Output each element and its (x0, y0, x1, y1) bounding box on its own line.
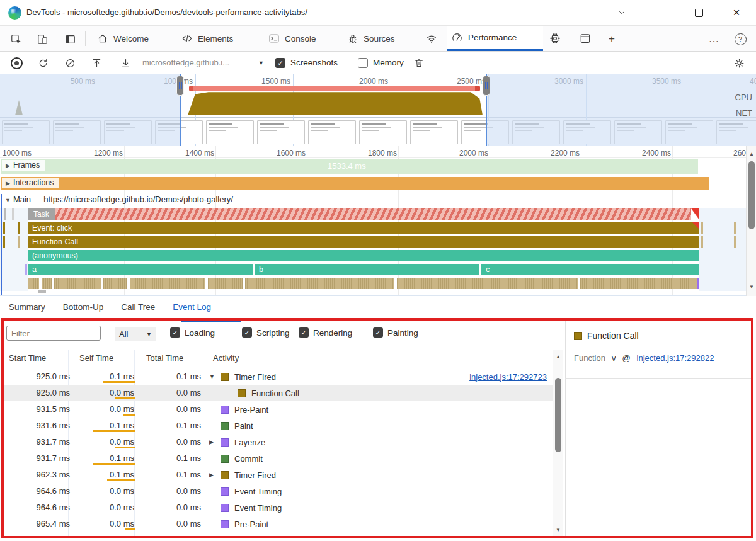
flame-bar-child[interactable] (103, 278, 127, 289)
flame-bar-c[interactable]: c (481, 264, 699, 275)
tab-welcome[interactable]: Welcome (93, 26, 152, 51)
flame-bar-child[interactable] (208, 278, 243, 289)
rendering-checkbox[interactable]: ✓ (299, 327, 309, 338)
frames-track-header[interactable]: ▶Frames (2, 160, 45, 171)
tab-performance[interactable]: Performance (447, 26, 543, 51)
category-filter-painting[interactable]: ✓Painting (373, 327, 418, 338)
network-conditions-button[interactable] (423, 30, 440, 47)
column-total-time[interactable]: Total Time (146, 353, 183, 363)
minimize-button[interactable] (650, 3, 672, 23)
close-button[interactable]: × (726, 3, 747, 23)
event-log-row[interactable]: 931.5 ms0.0 ms0.0 msPre-Paint (4, 401, 553, 418)
bottom-tab-event-log[interactable]: Event Log (173, 302, 211, 312)
profile-dropdown-arrow-icon[interactable]: ▼ (258, 60, 264, 66)
flame-bar-child[interactable] (245, 278, 394, 289)
flame-bar-child[interactable] (54, 278, 101, 289)
flame-bar-task[interactable] (28, 208, 691, 220)
window-chevron-button[interactable] (611, 3, 633, 23)
timeline-flame-view[interactable]: 1533.4 ms ▶Frames ▶Interactions ▼Main — … (0, 146, 756, 296)
column-start-time[interactable]: Start Time (9, 353, 46, 363)
inspect-button[interactable] (8, 31, 24, 47)
main-thread-track-header[interactable]: ▼Main — https://microsoftedge.github.io/… (5, 195, 233, 204)
category-filter-dropdown[interactable]: All ▼ (115, 327, 156, 341)
loading-checkbox[interactable]: ✓ (170, 327, 180, 338)
garbage-collect-button[interactable] (411, 55, 427, 71)
flame-bar-child[interactable] (397, 278, 578, 289)
load-profile-button[interactable] (88, 55, 105, 71)
row-expander-icon[interactable]: ▼ (209, 373, 220, 380)
flame-scrollbar[interactable]: ▲ ▼ (746, 146, 756, 296)
device-emulation-button[interactable] (34, 31, 50, 47)
screenshot-thumbnail[interactable] (206, 120, 254, 144)
flame-bar-b[interactable]: b (255, 264, 479, 275)
table-scrollbar[interactable]: ▲ ▼ (553, 350, 563, 536)
scroll-down-icon[interactable]: ▼ (747, 284, 756, 290)
tab-elements[interactable]: Elements (178, 26, 237, 51)
event-log-row[interactable]: 925.0 ms0.0 ms0.0 msFunction Call (4, 385, 553, 401)
event-log-row[interactable]: 931.7 ms0.1 ms0.1 msCommit (4, 450, 553, 467)
bottom-tab-bottom-up[interactable]: Bottom-Up (63, 302, 104, 312)
screenshot-thumbnail[interactable] (410, 120, 458, 144)
filter-input[interactable] (6, 326, 101, 341)
tab-console[interactable]: Console (265, 26, 320, 51)
category-filter-loading[interactable]: ✓Loading (170, 327, 215, 338)
source-link[interactable]: injected.js:17:292822 (637, 353, 714, 363)
flame-bar-event-click[interactable]: Event: click (28, 222, 699, 234)
screenshot-thumbnail[interactable] (257, 120, 305, 144)
add-tab-button[interactable]: + (604, 31, 620, 47)
flame-bar-anonymous[interactable]: (anonymous) (28, 250, 699, 261)
event-log-row[interactable]: 925.0 ms0.1 ms0.1 ms▼Timer Firedinjected… (4, 368, 553, 385)
event-log-row[interactable]: 931.7 ms0.0 ms0.0 ms▶Layerize (4, 434, 553, 450)
scroll-up-icon[interactable]: ▲ (553, 354, 563, 360)
cpu-panel-button[interactable] (547, 30, 563, 47)
scripting-checkbox[interactable]: ✓ (242, 327, 252, 338)
bottom-tab-call-tree[interactable]: Call Tree (121, 302, 155, 312)
selection-right-handle[interactable] (483, 76, 490, 96)
event-log-row[interactable] (4, 532, 553, 538)
row-expander-icon[interactable]: ▶ (209, 439, 220, 445)
flame-bar-child[interactable] (28, 278, 39, 289)
painting-checkbox[interactable]: ✓ (373, 327, 383, 338)
event-log-row[interactable]: 964.6 ms0.0 ms0.0 msEvent Timing (4, 499, 553, 516)
bottom-tab-summary[interactable]: Summary (9, 302, 45, 312)
scroll-up-icon[interactable]: ▲ (747, 151, 756, 157)
save-profile-button[interactable] (117, 55, 134, 71)
scrollbar-thumb[interactable] (748, 161, 755, 229)
application-panel-button[interactable] (577, 30, 593, 47)
interactions-track-header[interactable]: ▶Interactions (2, 178, 59, 188)
screenshot-thumbnail[interactable] (308, 120, 356, 144)
memory-checkbox[interactable] (358, 58, 368, 68)
clear-recording-button[interactable] (62, 55, 78, 71)
scroll-down-icon[interactable]: ▼ (553, 527, 563, 533)
event-log-row[interactable]: 965.4 ms0.0 ms0.0 msPre-Paint (4, 516, 553, 532)
scrollbar-thumb[interactable] (555, 378, 561, 452)
flame-bar-child[interactable] (42, 278, 52, 289)
selection-left-handle[interactable] (176, 76, 184, 96)
interactions-track-bar[interactable] (1, 177, 709, 190)
screenshots-checkbox[interactable]: ✓ (275, 58, 285, 68)
event-log-row[interactable]: 962.3 ms0.1 ms0.1 ms▶Timer Fired (4, 467, 553, 483)
flame-bar-child[interactable] (130, 278, 205, 289)
screenshot-thumbnail[interactable] (359, 120, 407, 144)
column-self-time[interactable]: Self Time (79, 353, 113, 363)
timeline-overview[interactable]: CPU NET 500 ms1000 ms1500 ms2000 ms2500 … (0, 74, 756, 146)
event-log-row[interactable]: 964.6 ms0.0 ms0.0 msEvent Timing (4, 483, 553, 499)
column-activity[interactable]: Activity (213, 353, 239, 363)
category-filter-scripting[interactable]: ✓Scripting (242, 327, 290, 338)
category-filter-rendering[interactable]: ✓Rendering (299, 327, 352, 338)
event-log-row[interactable]: 931.6 ms0.1 ms0.1 msPaint (4, 418, 553, 434)
profile-history-select[interactable]: microsoftedge.github.i... (142, 58, 229, 67)
activity-bar-toggle-button[interactable] (62, 31, 78, 47)
flame-bar-child[interactable] (580, 278, 699, 289)
record-button[interactable] (8, 55, 25, 71)
help-button[interactable]: ? (732, 31, 748, 47)
row-expander-icon[interactable]: ▶ (209, 472, 220, 478)
flame-bar-function-call[interactable]: Function Call (28, 236, 699, 248)
flame-bar-a[interactable]: a (28, 264, 253, 275)
source-link[interactable]: injected.js:17:292723 (469, 372, 550, 382)
maximize-button[interactable] (688, 3, 709, 23)
capture-settings-button[interactable] (731, 55, 747, 71)
reload-and-record-button[interactable] (35, 55, 51, 71)
more-tools-button[interactable]: … (706, 31, 722, 47)
tab-sources[interactable]: Sources (343, 26, 399, 51)
